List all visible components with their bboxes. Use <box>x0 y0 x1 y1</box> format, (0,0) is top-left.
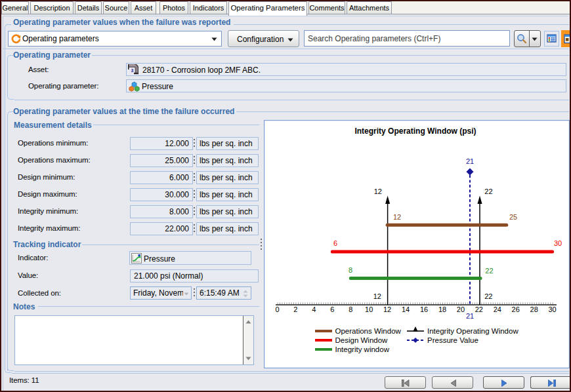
svg-text:16: 16 <box>420 305 428 313</box>
svg-text:22: 22 <box>475 305 483 313</box>
svg-text:21: 21 <box>466 312 474 320</box>
svg-text:10: 10 <box>365 305 373 313</box>
svg-text:4: 4 <box>312 305 316 313</box>
svg-text:12: 12 <box>373 292 381 300</box>
svg-text:30: 30 <box>554 239 562 247</box>
svg-text:6: 6 <box>333 239 337 247</box>
svg-text:3: 3 <box>131 68 134 73</box>
svg-text:8: 8 <box>349 305 352 313</box>
svg-text:12: 12 <box>374 187 382 195</box>
svg-text:20: 20 <box>457 305 465 313</box>
svg-text:25: 25 <box>509 213 517 221</box>
svg-text:Pressure Value: Pressure Value <box>427 336 478 344</box>
svg-text:12: 12 <box>383 305 391 313</box>
svg-text:12: 12 <box>393 213 401 221</box>
svg-text:8: 8 <box>349 266 352 274</box>
svg-text:21: 21 <box>466 157 474 165</box>
svg-text:30: 30 <box>548 305 556 313</box>
svg-text:6: 6 <box>330 305 334 313</box>
svg-text:0: 0 <box>275 305 279 313</box>
svg-text:Integrity window: Integrity window <box>335 345 390 353</box>
svg-text:18: 18 <box>438 305 446 313</box>
svg-text:26: 26 <box>512 305 520 313</box>
svg-text:Integrity Operating Window (ps: Integrity Operating Window (psi) <box>354 127 476 136</box>
svg-text:Operations Window: Operations Window <box>335 327 402 335</box>
svg-text:Design Window: Design Window <box>335 336 389 344</box>
svg-text:28: 28 <box>530 305 538 313</box>
svg-text:22: 22 <box>484 292 492 300</box>
svg-text:Integrity Operating Window: Integrity Operating Window <box>427 327 518 335</box>
svg-text:24: 24 <box>494 305 501 313</box>
svg-text:22: 22 <box>484 187 492 195</box>
svg-text:14: 14 <box>402 305 410 313</box>
svg-text:2: 2 <box>293 305 297 313</box>
svg-text:22: 22 <box>485 267 493 275</box>
